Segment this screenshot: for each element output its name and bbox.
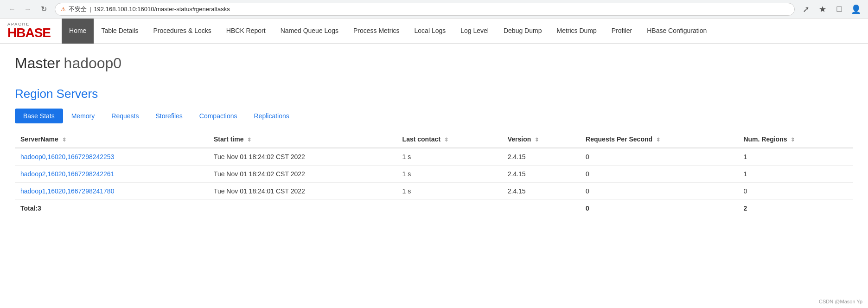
nav-item-log-level[interactable]: Log Level — [453, 19, 496, 44]
sub-tabs: Base StatsMemoryRequestsStorefilesCompac… — [15, 109, 853, 123]
cell-server-name: hadoop2,16020,1667298242261 — [15, 166, 208, 183]
logo-container: APACHE HBASE — [7, 22, 51, 39]
security-icon: ⚠ — [61, 6, 66, 13]
server-name-link[interactable]: hadoop1,16020,1667298241780 — [20, 187, 114, 195]
share-button[interactable]: ➚ — [799, 3, 812, 16]
cell-start-time: Tue Nov 01 18:24:01 CST 2022 — [208, 183, 397, 200]
browser-chrome: ← → ↻ ⚠ 不安全 | 192.168.108.10:16010/maste… — [0, 0, 868, 19]
total-row: Total:302 — [15, 200, 853, 217]
sort-icon: ⇕ — [535, 137, 539, 142]
security-label: 不安全 — [69, 5, 87, 13]
col-header-server-name[interactable]: ServerName ⇕ — [15, 131, 208, 148]
forward-button[interactable]: → — [21, 3, 34, 16]
nav-item-metrics-dump[interactable]: Metrics Dump — [549, 19, 604, 44]
sort-icon: ⇕ — [791, 137, 795, 142]
master-hostname: hadoop0 — [64, 55, 122, 71]
cell-start-time: Tue Nov 01 18:24:02 CST 2022 — [208, 148, 397, 166]
cell-version: 2.4.15 — [502, 166, 580, 183]
cell-server-name: hadoop1,16020,1667298241780 — [15, 183, 208, 200]
tab-button[interactable]: □ — [833, 3, 846, 16]
total-requests-per-second: 0 — [580, 200, 738, 217]
sub-tab-requests[interactable]: Requests — [103, 109, 147, 123]
cell-last-contact: 1 s — [397, 183, 502, 200]
cell-num-regions: 0 — [738, 183, 853, 200]
col-header-requests-per-second[interactable]: Requests Per Second ⇕ — [580, 131, 738, 148]
nav-item-home[interactable]: Home — [62, 19, 94, 44]
nav-item-debug-dump[interactable]: Debug Dump — [496, 19, 549, 44]
address-bar[interactable]: ⚠ 不安全 | 192.168.108.10:16010/master-stat… — [55, 3, 795, 16]
total-label: Total:3 — [15, 200, 580, 217]
cell-num-regions: 1 — [738, 166, 853, 183]
url-text: 192.168.108.10:16010/master-status#gener… — [94, 6, 230, 13]
region-servers-title: Region Servers — [15, 87, 853, 101]
sub-tab-storefiles[interactable]: Storefiles — [147, 109, 191, 123]
nav-item-local-logs[interactable]: Local Logs — [407, 19, 453, 44]
total-num-regions: 2 — [738, 200, 853, 217]
nav-item-profiler[interactable]: Profiler — [604, 19, 639, 44]
cell-server-name: hadoop0,16020,1667298242253 — [15, 148, 208, 166]
nav-item-table-details[interactable]: Table Details — [94, 19, 146, 44]
server-name-link[interactable]: hadoop0,16020,1667298242253 — [20, 153, 114, 160]
navbar: APACHE HBASE HomeTable DetailsProcedures… — [0, 19, 868, 44]
page-content: APACHE HBASE HomeTable DetailsProcedures… — [0, 19, 868, 231]
sort-icon: ⇕ — [62, 137, 66, 142]
nav-items: HomeTable DetailsProcedures & LocksHBCK … — [62, 19, 714, 43]
table-row: hadoop1,16020,1667298241780Tue Nov 01 18… — [15, 183, 853, 200]
col-header-version[interactable]: Version ⇕ — [502, 131, 580, 148]
cell-version: 2.4.15 — [502, 183, 580, 200]
col-header-start-time[interactable]: Start time ⇕ — [208, 131, 397, 148]
sub-tab-compactions[interactable]: Compactions — [191, 109, 246, 123]
table-row: hadoop0,16020,1667298242253Tue Nov 01 18… — [15, 148, 853, 166]
sort-icon: ⇕ — [656, 137, 660, 142]
cell-requests-per-second: 0 — [580, 166, 738, 183]
nav-item-hbase-configuration[interactable]: HBase Configuration — [639, 19, 714, 44]
table-row: hadoop2,16020,1667298242261Tue Nov 01 18… — [15, 166, 853, 183]
table-body: hadoop0,16020,1667298242253Tue Nov 01 18… — [15, 148, 853, 217]
cell-requests-per-second: 0 — [580, 148, 738, 166]
nav-item-hbck-report[interactable]: HBCK Report — [219, 19, 273, 44]
region-servers-table: ServerName ⇕Start time ⇕Last contact ⇕Ve… — [15, 131, 853, 217]
bookmark-button[interactable]: ★ — [816, 3, 829, 16]
profile-button[interactable]: 👤 — [849, 3, 862, 16]
table-header: ServerName ⇕Start time ⇕Last contact ⇕Ve… — [15, 131, 853, 148]
cell-version: 2.4.15 — [502, 148, 580, 166]
sub-tab-base-stats[interactable]: Base Stats — [15, 109, 63, 123]
cell-num-regions: 1 — [738, 148, 853, 166]
nav-item-procedures-locks[interactable]: Procedures & Locks — [146, 19, 219, 44]
master-title: Master — [15, 55, 60, 71]
address-separator: | — [89, 6, 91, 13]
sort-icon: ⇕ — [444, 137, 448, 142]
col-header-last-contact[interactable]: Last contact ⇕ — [397, 131, 502, 148]
nav-item-named-queue-logs[interactable]: Named Queue Logs — [273, 19, 346, 44]
col-header-num-regions[interactable]: Num. Regions ⇕ — [738, 131, 853, 148]
back-button[interactable]: ← — [6, 3, 19, 16]
master-heading: Master hadoop0 — [0, 44, 868, 79]
browser-actions: ➚ ★ □ 👤 — [799, 3, 862, 16]
cell-requests-per-second: 0 — [580, 183, 738, 200]
sub-tab-memory[interactable]: Memory — [63, 109, 103, 123]
logo-area: APACHE HBASE — [7, 19, 58, 43]
server-name-link[interactable]: hadoop2,16020,1667298242261 — [20, 170, 114, 178]
sort-icon: ⇕ — [247, 137, 251, 142]
browser-nav-buttons: ← → ↻ — [6, 3, 50, 16]
region-servers-section: Region Servers Base StatsMemoryRequestsS… — [0, 79, 868, 231]
cell-start-time: Tue Nov 01 18:24:02 CST 2022 — [208, 166, 397, 183]
cell-last-contact: 1 s — [397, 148, 502, 166]
sub-tab-replications[interactable]: Replications — [245, 109, 297, 123]
cell-last-contact: 1 s — [397, 166, 502, 183]
reload-button[interactable]: ↻ — [37, 3, 50, 16]
logo-hbase-text: HBASE — [7, 26, 51, 39]
nav-item-process-metrics[interactable]: Process Metrics — [346, 19, 407, 44]
